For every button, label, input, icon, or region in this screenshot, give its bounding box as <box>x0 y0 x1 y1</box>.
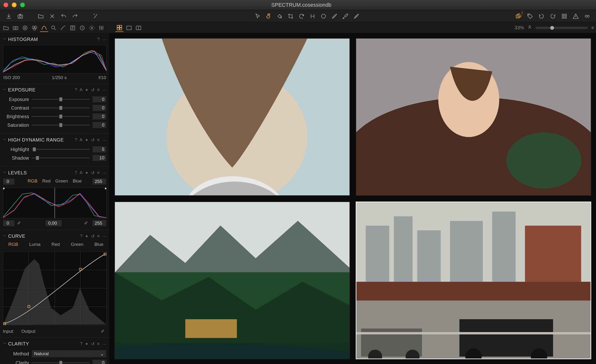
fill-icon[interactable] <box>275 12 284 21</box>
metadata-tab[interactable] <box>69 24 77 32</box>
straighten-icon[interactable] <box>308 12 317 21</box>
zoom-slider[interactable] <box>536 27 588 29</box>
exposure-saturation-slider[interactable] <box>31 124 90 125</box>
auto-adjust-icon[interactable] <box>91 12 100 21</box>
viewer-grid-icon[interactable] <box>115 24 124 32</box>
rotate-cw-icon[interactable] <box>548 12 557 21</box>
pointer-icon[interactable] <box>253 12 262 21</box>
grid-thumb-1[interactable] <box>114 38 350 196</box>
wand-icon[interactable]: ✦ <box>85 234 89 239</box>
reset-icon[interactable]: ↺ <box>91 341 95 347</box>
search-tab[interactable] <box>50 24 58 32</box>
wand-icon[interactable]: ✦ <box>85 170 89 175</box>
exposure-tab[interactable] <box>40 24 48 32</box>
output-tab[interactable] <box>78 24 86 32</box>
chevron-down-icon[interactable]: ﹀ <box>3 341 6 346</box>
zoom-menu-icon[interactable]: ≡ <box>591 25 594 30</box>
chevron-down-icon[interactable]: ﹀ <box>3 170 6 175</box>
channel-red[interactable]: Red <box>52 242 60 247</box>
menu-icon[interactable]: ⋯ <box>102 138 107 143</box>
exposure-exposure-slider[interactable] <box>31 99 90 100</box>
exposure-contrast-value[interactable]: 0 <box>92 105 107 111</box>
hdr-highlight-slider[interactable] <box>31 149 90 150</box>
close-window[interactable] <box>3 2 8 7</box>
chevron-down-icon[interactable]: ﹀ <box>3 37 6 42</box>
reset-icon[interactable]: ↺ <box>91 170 95 175</box>
help-icon[interactable]: ? <box>80 341 83 346</box>
menu-icon[interactable]: ⋯ <box>102 37 107 42</box>
reset-icon[interactable]: ↺ <box>91 138 95 143</box>
channel-green[interactable]: Green <box>55 178 68 184</box>
grid-thumb-4[interactable] <box>356 202 591 359</box>
clarity-clarity-value[interactable]: 0 <box>92 359 107 364</box>
preset-icon[interactable]: ≡ <box>97 87 100 92</box>
grid-thumb-3[interactable] <box>114 202 350 359</box>
warning-icon[interactable] <box>571 12 580 21</box>
auto-icon[interactable]: A <box>80 87 83 92</box>
brush-icon[interactable] <box>330 12 339 21</box>
crop-icon[interactable] <box>286 12 295 21</box>
spot-icon[interactable] <box>319 12 328 21</box>
delete-icon[interactable] <box>48 12 57 21</box>
color-tab[interactable] <box>30 24 39 32</box>
preset-icon[interactable]: ≡ <box>97 234 100 239</box>
channel-green[interactable]: Green <box>71 242 83 247</box>
channel-rgb[interactable]: RGB <box>8 242 18 247</box>
exposure-exposure-value[interactable]: 0 <box>92 96 107 103</box>
menu-icon[interactable]: ⋯ <box>102 87 107 93</box>
exposure-brightness-slider[interactable] <box>31 116 90 117</box>
channel-blue[interactable]: Blue <box>73 178 82 184</box>
help-icon[interactable]: ? <box>80 234 83 239</box>
grid-thumb-2[interactable] <box>356 38 591 196</box>
chevron-down-icon[interactable]: ﹀ <box>3 234 6 239</box>
menu-icon[interactable]: ⋯ <box>102 234 107 239</box>
auto-icon[interactable]: A <box>80 138 83 142</box>
help-icon[interactable]: ? <box>74 170 77 175</box>
preview-icon[interactable] <box>583 12 592 21</box>
channel-luma[interactable]: Luma <box>29 242 41 247</box>
menu-icon[interactable]: ⋯ <box>102 341 107 347</box>
levels-out-black[interactable]: 0 <box>3 220 15 226</box>
tag-icon[interactable] <box>525 12 535 21</box>
heal-icon[interactable] <box>352 12 361 21</box>
white-eyedropper-icon[interactable]: ✐ <box>84 220 90 226</box>
help-icon[interactable]: ? <box>74 87 77 92</box>
black-eyedropper-icon[interactable]: ✐ <box>17 220 23 226</box>
levels-out-white[interactable]: 255 <box>92 220 107 226</box>
wand-icon[interactable]: ✦ <box>85 87 89 93</box>
clarity-method-select[interactable]: Natural⌄ <box>31 350 107 357</box>
hdr-shadow-slider[interactable] <box>31 157 90 158</box>
hand-icon[interactable] <box>264 12 273 21</box>
minimize-window[interactable] <box>12 2 17 7</box>
redo-icon[interactable] <box>71 12 80 21</box>
levels-white-in[interactable]: 255 <box>92 178 107 185</box>
rotate-icon[interactable] <box>297 12 306 21</box>
hdr-highlight-value[interactable]: 5 <box>92 146 107 153</box>
wand-icon[interactable]: ✦ <box>85 138 89 143</box>
lens-tab[interactable] <box>21 24 29 32</box>
preset-icon[interactable]: ≡ <box>97 138 100 142</box>
preset-icon[interactable]: ≡ <box>97 341 100 346</box>
folder-icon[interactable] <box>36 12 45 21</box>
exposure-brightness-value[interactable]: 0 <box>92 113 107 120</box>
channel-red[interactable]: Red <box>42 178 51 184</box>
reset-icon[interactable]: ↺ <box>91 234 95 239</box>
menu-icon[interactable]: ⋯ <box>102 170 107 175</box>
preset-icon[interactable]: ≡ <box>97 170 100 175</box>
levels-graph[interactable] <box>3 188 107 218</box>
help-icon[interactable]: ? <box>74 138 77 142</box>
undo-icon[interactable] <box>59 12 68 21</box>
hdr-shadow-value[interactable]: 10 <box>92 155 107 161</box>
help-icon[interactable]: ? <box>97 37 100 42</box>
wand-icon[interactable]: ✦ <box>85 341 89 347</box>
adjustments-tab[interactable] <box>97 24 105 32</box>
chevron-down-icon[interactable]: ﹀ <box>3 87 6 92</box>
reset-icon[interactable]: ↺ <box>91 87 95 93</box>
library-tab[interactable] <box>2 24 10 32</box>
levels-mid[interactable]: 0,00 <box>45 220 62 226</box>
chevron-down-icon[interactable]: ﹀ <box>3 138 6 142</box>
viewer-split-icon[interactable] <box>134 24 142 32</box>
channel-blue[interactable]: Blue <box>94 242 104 247</box>
zoom-window[interactable] <box>20 2 25 7</box>
eyedropper-icon[interactable] <box>341 12 350 21</box>
